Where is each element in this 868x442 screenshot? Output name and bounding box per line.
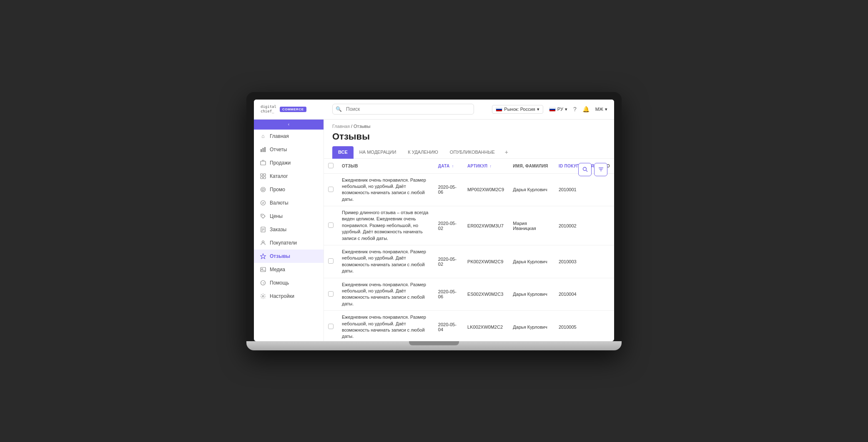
name-cell: Дарья Курлович — [509, 173, 554, 206]
article-cell: ER002XW0M3U7 — [463, 206, 509, 245]
russia-flag-icon — [496, 107, 502, 112]
search-toolbar-button[interactable] — [578, 163, 592, 176]
extra-cell — [602, 311, 614, 341]
row-checkbox-cell — [324, 173, 338, 206]
svg-point-23 — [262, 295, 264, 297]
user-menu[interactable]: МЖ ▾ — [595, 107, 607, 112]
svg-marker-18 — [261, 254, 266, 259]
sidebar-item-label: Заказы — [270, 227, 286, 232]
row-checkbox-cell — [324, 311, 338, 341]
tab-deletion[interactable]: К УДАЛЕНИЮ — [402, 146, 444, 159]
svg-rect-6 — [261, 177, 263, 179]
extra-cell — [602, 206, 614, 245]
filter-toolbar-button[interactable] — [594, 163, 607, 176]
col-date[interactable]: ДАТА ↑ — [434, 159, 463, 174]
article-cell: MP002XW0M2C9 — [463, 173, 509, 206]
row-checkbox[interactable] — [328, 324, 334, 329]
article-cell: ES002XW0M2C3 — [463, 278, 509, 311]
sidebar-item-label: Главная — [270, 133, 289, 139]
reviews-table: ОТЗЫВ ДАТА ↑ АРТИКУЛ ↑ ИМЯ, ФАМИЛИЯ ID П… — [324, 159, 614, 341]
sidebar-item-label: Помощь — [270, 280, 289, 286]
sidebar-item-label: Покупатели — [270, 240, 297, 246]
search-toolbar-icon — [582, 167, 588, 172]
sidebar-item-label: Промо — [270, 187, 285, 192]
svg-point-8 — [261, 187, 266, 192]
svg-rect-1 — [263, 148, 264, 152]
table-row: Ежедневник очень понравился. Размер небо… — [324, 245, 614, 278]
buyer-id-cell: 2010003 — [554, 245, 602, 278]
sidebar-collapse-button[interactable]: ‹ — [254, 120, 324, 130]
article-cell: PK002XW0M2C9 — [463, 245, 509, 278]
sidebar-item-promo[interactable]: Промо — [254, 183, 324, 196]
extra-cell — [602, 173, 614, 206]
catalog-icon — [260, 173, 266, 180]
select-all-checkbox[interactable] — [328, 163, 334, 168]
lang-chevron-icon: ▾ — [565, 107, 567, 112]
row-checkbox[interactable] — [328, 291, 334, 297]
review-text-cell: Ежедневник очень понравился. Размер небо… — [338, 278, 434, 311]
sidebar-item-catalog[interactable]: Каталог — [254, 170, 324, 183]
sidebar-item-settings[interactable]: Настройки — [254, 290, 324, 303]
row-checkbox[interactable] — [328, 187, 334, 192]
reviews-icon — [260, 253, 266, 260]
logo-area: digital chief_ COMMERCE — [261, 105, 327, 114]
help-circle-icon: ? — [260, 280, 266, 286]
review-text-cell: Ежедневник очень понравился. Размер небо… — [338, 311, 434, 341]
bell-icon[interactable]: 🔔 — [582, 106, 590, 112]
sidebar-item-label: Цены — [270, 213, 283, 219]
sidebar-item-sales[interactable]: Продажи — [254, 156, 324, 170]
home-icon: ⌂ — [260, 133, 266, 140]
table-toolbar — [578, 163, 607, 176]
tab-published[interactable]: ОПУБЛИКОВАННЫЕ — [444, 146, 501, 159]
svg-point-24 — [583, 167, 586, 171]
sidebar-item-label: Валюты — [270, 200, 288, 206]
search-input[interactable] — [332, 104, 474, 115]
sidebar-item-reports[interactable]: Отчеты — [254, 143, 324, 156]
row-checkbox[interactable] — [328, 258, 334, 264]
sidebar-item-help[interactable]: ? Помощь — [254, 276, 324, 290]
tabs-bar: ВСЕ НА МОДЕРАЦИИ К УДАЛЕНИЮ ОПУБЛИКОВАНН… — [324, 146, 614, 159]
name-cell: Дарья Курлович — [509, 278, 554, 311]
breadcrumb-home-link[interactable]: Главная — [332, 124, 350, 129]
svg-text:₽: ₽ — [262, 202, 264, 205]
sidebar-item-reviews[interactable]: Отзывы — [254, 250, 324, 263]
tab-moderation[interactable]: НА МОДЕРАЦИИ — [354, 146, 402, 159]
sidebar-item-buyers[interactable]: Покупатели — [254, 236, 324, 250]
sidebar-item-home[interactable]: ⌂ Главная — [254, 130, 324, 143]
help-icon[interactable]: ? — [573, 106, 577, 112]
name-cell: Мария Иваницкая — [509, 206, 554, 245]
lang-label: РУ — [557, 107, 563, 112]
row-checkbox-cell — [324, 206, 338, 245]
table-row: Ежедневник очень понравился. Размер небо… — [324, 278, 614, 311]
sidebar-item-label: Медиа — [270, 267, 285, 272]
chevron-down-icon: ▾ — [537, 107, 539, 112]
commerce-badge: COMMERCE — [280, 107, 306, 112]
media-icon — [260, 266, 266, 273]
sidebar-item-orders[interactable]: Заказы — [254, 223, 324, 236]
lang-selector[interactable]: РУ ▾ — [549, 107, 567, 112]
col-article[interactable]: АРТИКУЛ ↑ — [463, 159, 509, 174]
search-box[interactable]: 🔍 — [332, 104, 474, 115]
table-row: Ежедневник очень понравился. Размер небо… — [324, 173, 614, 206]
main-content: Главная / Отзывы Отзывы ВСЕ НА МОДЕРАЦИИ… — [324, 120, 614, 341]
sidebar-item-prices[interactable]: Цены — [254, 210, 324, 223]
sidebar-item-currencies[interactable]: ₽ Валюты — [254, 196, 324, 210]
promo-icon — [260, 186, 266, 193]
table-row: Ежедневник очень понравился. Размер небо… — [324, 311, 614, 341]
row-checkbox[interactable] — [328, 222, 334, 228]
date-sort-arrow: ↑ — [452, 164, 454, 168]
sidebar-item-label: Отчеты — [270, 147, 287, 152]
add-tab-button[interactable]: + — [501, 146, 512, 158]
tab-all[interactable]: ВСЕ — [332, 146, 354, 159]
sidebar-item-media[interactable]: Медиа — [254, 263, 324, 276]
market-label: Рынок: Россия — [504, 107, 535, 112]
svg-rect-2 — [264, 147, 266, 152]
header-right: Рынок: Россия ▾ РУ ▾ ? 🔔 МЖ ▾ — [492, 105, 607, 114]
market-selector[interactable]: Рынок: Россия ▾ — [492, 105, 543, 114]
date-cell: 2020-05-06 — [434, 173, 463, 206]
currencies-icon: ₽ — [260, 200, 266, 206]
review-text-cell: Пример длинного отзыва – отзыв всегда ви… — [338, 206, 434, 245]
svg-point-12 — [262, 215, 263, 216]
svg-point-9 — [262, 188, 264, 190]
header: digital chief_ COMMERCE 🔍 Рынок: Россия … — [254, 100, 614, 120]
